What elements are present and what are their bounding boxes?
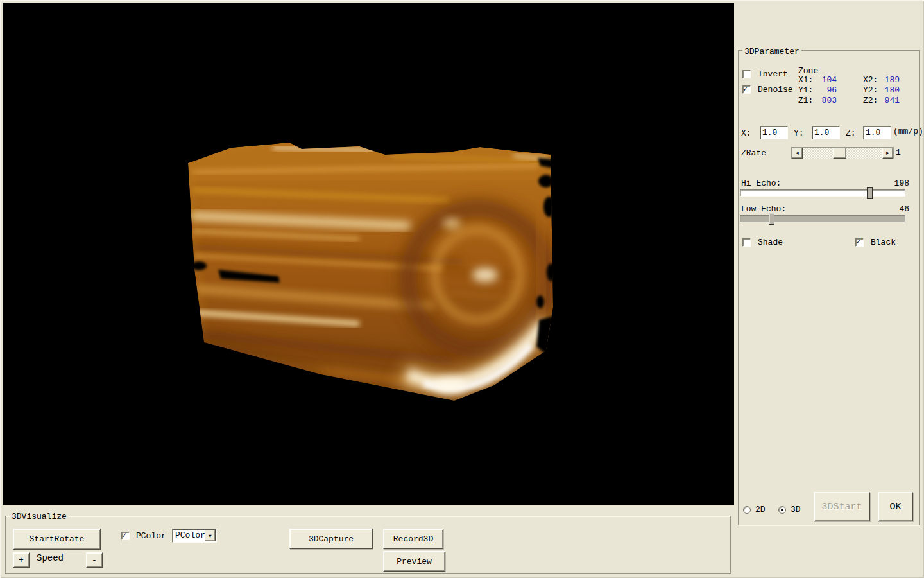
arrow-right-icon: ►: [886, 151, 889, 156]
voxel-z-field[interactable]: [863, 126, 891, 139]
invert-checkbox[interactable]: ✓: [742, 70, 751, 78]
pcolor-dropdown-value: PColor: [175, 530, 205, 540]
group-3dparameter-title: 3DParameter: [742, 47, 801, 57]
zone-y1-value: 96: [810, 85, 837, 95]
mode-2d-label: 2D: [755, 505, 766, 514]
application-window: 3DParameter ✓ Invert ✓ Denoise Zone X1: …: [0, 0, 924, 578]
3dcapture-button[interactable]: 3DCapture: [289, 529, 373, 549]
voxel-x-label: X:: [741, 128, 751, 138]
voxel-y-field[interactable]: [812, 126, 840, 139]
pcolor-label: PColor: [136, 531, 166, 541]
hi-echo-value: 198: [884, 179, 909, 188]
speed-plus-button[interactable]: +: [13, 552, 30, 568]
zone-title: Zone: [798, 66, 818, 76]
radio-dot-icon: [781, 509, 783, 511]
hi-echo-track[interactable]: [740, 189, 905, 197]
mode-3d-radio[interactable]: [778, 506, 786, 514]
voxel-z-label: Z:: [846, 128, 856, 138]
zrate-value: 1: [896, 148, 901, 157]
zrate-right-arrow[interactable]: ►: [882, 148, 893, 159]
voxel-y-label: Y:: [794, 128, 804, 138]
zrate-scrollbar[interactable]: ◄ ►: [791, 147, 894, 159]
zrate-label: ZRate: [741, 148, 766, 158]
check-icon: ✓: [743, 85, 748, 94]
start-rotate-button[interactable]: StartRotate: [13, 529, 101, 550]
voxel-x-field[interactable]: [760, 126, 788, 139]
denoise-label: Denoise: [758, 85, 793, 94]
pcolor-checkbox[interactable]: ✓: [121, 532, 130, 540]
black-label: Black: [871, 238, 896, 247]
voxel-unit-label: (mm/p): [893, 127, 923, 136]
hi-echo-slider-thumb[interactable]: [867, 187, 873, 199]
dropdown-button[interactable]: ▼: [205, 530, 216, 541]
zrate-thumb[interactable]: [833, 148, 846, 159]
zone-z1-value: 803: [810, 96, 837, 105]
record3d-button[interactable]: Record3D: [383, 529, 443, 549]
mode-2d-radio[interactable]: [743, 506, 751, 514]
zone-z2-value: 941: [873, 96, 900, 105]
preview-button[interactable]: Preview: [383, 551, 445, 572]
arrow-left-icon: ◄: [796, 151, 799, 156]
zrate-left-arrow[interactable]: ◄: [792, 148, 803, 159]
3dstart-button[interactable]: 3DStart: [814, 492, 870, 521]
zone-x2-value: 189: [873, 75, 900, 85]
low-echo-value: 46: [884, 204, 909, 214]
invert-label: Invert: [758, 69, 788, 79]
group-3dvisualize-title: 3DVisualize: [10, 512, 69, 521]
check-icon: ✓: [856, 238, 860, 247]
zone-x1-value: 104: [810, 75, 837, 85]
denoise-checkbox[interactable]: ✓: [742, 85, 751, 94]
mode-3d-label: 3D: [791, 505, 801, 514]
zone-y2-value: 180: [873, 85, 900, 95]
pcolor-dropdown[interactable]: PColor ▼: [172, 529, 217, 543]
low-echo-slider-thumb[interactable]: [769, 213, 774, 225]
low-echo-label: Low Echo:: [741, 204, 786, 214]
speed-label: Speed: [37, 554, 64, 563]
shade-checkbox[interactable]: ✓: [742, 238, 751, 247]
volume-render-3d[interactable]: [3, 3, 734, 505]
group-3dparameter: 3DParameter: [738, 50, 920, 525]
speed-minus-button[interactable]: -: [86, 552, 103, 568]
render-viewport[interactable]: [3, 3, 734, 505]
shade-label: Shade: [758, 238, 783, 247]
hi-echo-label: Hi Echo:: [741, 179, 781, 188]
low-echo-track[interactable]: [740, 215, 905, 222]
black-checkbox[interactable]: ✓: [855, 238, 864, 247]
chevron-down-icon: ▼: [209, 533, 212, 539]
check-icon: ✓: [122, 531, 126, 540]
ok-button[interactable]: OK: [878, 492, 913, 521]
